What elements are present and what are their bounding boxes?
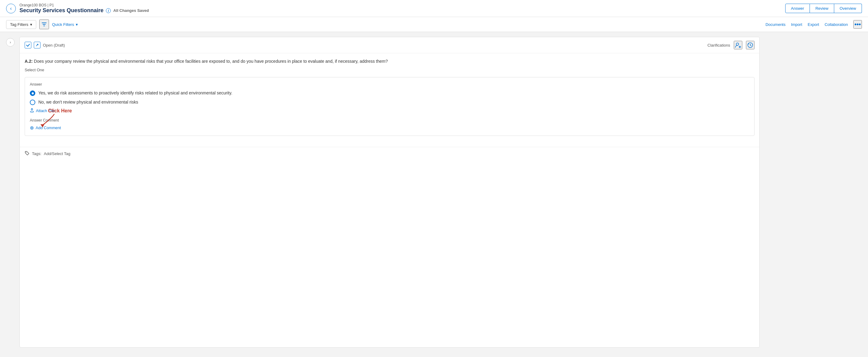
- info-icon[interactable]: i: [106, 8, 111, 13]
- import-link[interactable]: Import: [791, 22, 802, 27]
- click-here-annotation: Click Here ⊕ Add Comment: [30, 125, 61, 131]
- add-person-icon: [735, 42, 741, 49]
- svg-point-0: [736, 43, 739, 46]
- header-title-text: Security Services Questionnaire: [20, 7, 103, 14]
- tags-row: Tags: Add/Select Tag: [20, 147, 760, 160]
- export-link[interactable]: Export: [808, 22, 819, 27]
- question-text: A.2: Does your company review the physic…: [25, 58, 754, 65]
- history-button[interactable]: [746, 41, 754, 49]
- main-area: › Open (Draft) Clarifications: [0, 32, 868, 352]
- status-check-icon[interactable]: [25, 42, 31, 49]
- filter-icon: [41, 22, 47, 27]
- quick-filter-label: Quick Filters: [52, 22, 74, 27]
- add-select-tag-link[interactable]: Add/Select Tag: [44, 151, 70, 156]
- add-person-button[interactable]: [734, 41, 742, 49]
- card-body: A.2: Does your company review the physic…: [20, 53, 760, 147]
- toolbar-left: Tag Filters ▾ Quick Filters ▾: [6, 20, 78, 29]
- question-body-text: Does your company review the physical an…: [34, 59, 388, 64]
- card-header-right: Clarifications: [708, 41, 754, 49]
- toolbar: Tag Filters ▾ Quick Filters ▾ Documents …: [0, 17, 868, 32]
- answer-box: Answer Yes, we do risk assessments to pr…: [25, 77, 754, 136]
- toolbar-right: Documents Import Export Collaboration ••…: [766, 20, 862, 29]
- tag-icon: [25, 151, 30, 156]
- more-options-button[interactable]: •••: [854, 20, 862, 29]
- tags-label: Tags:: [32, 151, 41, 156]
- click-here-arrow: [33, 113, 57, 128]
- answer-box-label: Answer: [30, 82, 749, 87]
- tab-overview[interactable]: Overview: [834, 4, 862, 13]
- tab-answer[interactable]: Answer: [785, 4, 810, 13]
- radio-option-1: Yes, we do risk assessments to proactive…: [30, 90, 749, 96]
- filter-icon-button[interactable]: [39, 20, 49, 29]
- saved-status: All Changes Saved: [113, 8, 149, 13]
- tag-filter-button[interactable]: Tag Filters ▾: [6, 20, 36, 29]
- tab-review[interactable]: Review: [810, 4, 834, 13]
- tag-filter-label: Tag Filters: [10, 22, 28, 27]
- radio-button-1[interactable]: [30, 90, 35, 96]
- svg-marker-2: [40, 124, 44, 127]
- history-icon: [747, 42, 753, 49]
- answer-comment-section: Answer Comment Click Here ⊕ Add Comment: [30, 118, 749, 131]
- collaboration-link[interactable]: Collaboration: [825, 22, 848, 27]
- radio-label-2: No, we don't review physical and environ…: [38, 99, 138, 106]
- header-title-row: Security Services Questionnaire i All Ch…: [20, 7, 149, 14]
- header-tabs: Answer Review Overview: [785, 4, 862, 13]
- card-header: Open (Draft) Clarifications: [20, 37, 760, 53]
- select-one-label: Select One: [25, 68, 754, 72]
- header-left: ‹ Orange100 BOS | P1 Security Services Q…: [6, 3, 149, 14]
- back-button[interactable]: ‹: [6, 4, 16, 13]
- status-label: Open (Draft): [43, 43, 65, 48]
- clarifications-label: Clarifications: [708, 43, 730, 48]
- svg-point-3: [26, 152, 27, 153]
- app-header: ‹ Orange100 BOS | P1 Security Services Q…: [0, 0, 868, 17]
- card-header-left: Open (Draft): [25, 42, 65, 49]
- quick-filter-button[interactable]: Quick Filters ▾: [52, 22, 78, 27]
- radio-label-1: Yes, we do risk assessments to proactive…: [38, 90, 232, 96]
- radio-option-2: No, we don't review physical and environ…: [30, 99, 749, 106]
- right-panel: [765, 37, 862, 348]
- question-id: A.2:: [25, 59, 33, 64]
- tag-filter-chevron-icon: ▾: [30, 22, 32, 27]
- nav-arrow-icon[interactable]: [34, 42, 40, 49]
- sidebar-toggle-button[interactable]: ›: [6, 38, 14, 47]
- question-card: Open (Draft) Clarifications: [20, 37, 760, 348]
- header-title-area: Orange100 BOS | P1 Security Services Que…: [20, 3, 149, 14]
- quick-filter-chevron-icon: ▾: [76, 22, 78, 27]
- documents-link[interactable]: Documents: [766, 22, 785, 27]
- radio-button-2[interactable]: [30, 99, 35, 105]
- answer-comment-label: Answer Comment: [30, 118, 749, 122]
- header-subtitle: Orange100 BOS | P1: [20, 3, 149, 7]
